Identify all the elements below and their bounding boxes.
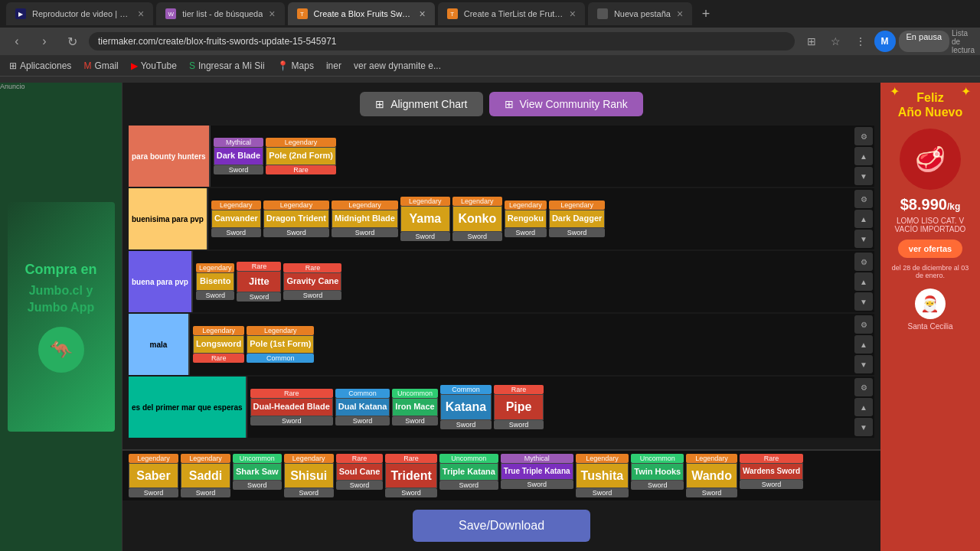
item-gravity-cane-name: Gravity Cane xyxy=(283,272,341,290)
save-download-button[interactable]: Save/Download xyxy=(413,510,590,542)
item-bisento-badge: Legendary xyxy=(196,263,235,272)
settings-button[interactable]: ⋮ xyxy=(850,31,871,52)
item-dragon-trident[interactable]: Legendary Dragon Trident Sword xyxy=(263,201,329,236)
good-down-btn[interactable]: ▼ xyxy=(854,292,873,311)
right-ad-cta-button[interactable]: ver ofertas xyxy=(898,240,962,258)
good-up-btn[interactable]: ▲ xyxy=(854,272,873,291)
bounty-settings-btn[interactable]: ⚙ xyxy=(854,127,873,145)
item-pole-2nd-sub: Rare xyxy=(266,165,336,174)
item-canvander[interactable]: Legendary Canvander Sword xyxy=(211,201,261,236)
new-tab-button[interactable]: + xyxy=(695,3,717,24)
tier-mald-text: mala xyxy=(150,341,168,349)
tab-blox-swords[interactable]: T Create a Blox Fruits Swords (upc... × xyxy=(288,2,435,25)
bounty-down-btn[interactable]: ▼ xyxy=(854,167,873,185)
alignment-chart-button[interactable]: ⊞ Alignment Chart xyxy=(360,92,482,116)
item-midnight-blade[interactable]: Legendary Midnight Blade Sword xyxy=(332,201,398,236)
item-pole-2nd[interactable]: Legendary Pole (2nd Form) Rare xyxy=(266,138,336,174)
item-rengoku-name: Rengoku xyxy=(505,210,547,227)
item-rengoku[interactable]: Legendary Rengoku Sword xyxy=(505,201,547,236)
item-wando[interactable]: Legendary Wando Sword xyxy=(686,454,737,497)
pvp-down-btn[interactable]: ▼ xyxy=(854,230,873,248)
item-konko[interactable]: Legendary Konko Sword xyxy=(452,197,502,240)
bookmark-button[interactable]: ☆ xyxy=(825,31,847,52)
item-bisento[interactable]: Legendary Bisento Sword xyxy=(196,263,235,299)
item-shark-saw[interactable]: Uncommon Shark Saw Sword xyxy=(233,454,282,490)
item-bisento-sub: Sword xyxy=(196,291,235,300)
early-down-btn[interactable]: ▼ xyxy=(854,418,873,436)
item-shisui[interactable]: Legendary Shisui Sword xyxy=(284,454,334,497)
item-konko-name: Konko xyxy=(452,206,502,231)
reading-list-button[interactable]: Lista de lectura xyxy=(952,31,974,52)
tab-disney[interactable]: ▶ Reproductor de video | Disney+ × xyxy=(6,2,153,25)
item-true-triple-katana[interactable]: Mythical True Triple Katana Sword xyxy=(501,454,573,489)
bookmark-aew[interactable]: ver aew dynamite e... xyxy=(354,60,441,71)
early-up-btn[interactable]: ▲ xyxy=(854,398,873,416)
bookmark-maps[interactable]: 📍 Maps xyxy=(277,60,314,71)
item-katana[interactable]: Common Katana Sword xyxy=(440,385,492,429)
item-saddi[interactable]: Legendary Saddi Sword xyxy=(181,454,230,497)
item-saber-sub: Sword xyxy=(129,488,178,497)
tab-blox-swords-close[interactable]: × xyxy=(420,8,426,20)
good-settings-btn[interactable]: ⚙ xyxy=(854,253,873,271)
tab-new-tab-close[interactable]: × xyxy=(677,8,683,20)
item-saddi-badge: Legendary xyxy=(181,454,230,463)
maps-icon: 📍 xyxy=(277,60,289,71)
item-dual-katana[interactable]: Common Dual Katana Sword xyxy=(335,389,390,425)
bounty-link[interactable]: bounty hunters xyxy=(150,152,206,161)
tab-disney-close[interactable]: × xyxy=(138,8,144,20)
grid-icon: ⊞ xyxy=(375,98,384,110)
item-dark-blade[interactable]: Mythical Dark Blade Sword xyxy=(214,138,263,174)
extensions-button[interactable]: ⊞ xyxy=(801,31,822,52)
tier-label-mald: mala xyxy=(129,314,190,375)
mald-up-btn[interactable]: ▲ xyxy=(854,335,873,354)
bookmark-iner[interactable]: iner xyxy=(326,60,341,71)
url-bar[interactable]: tiermaker.com/create/blox-fruits-swords-… xyxy=(89,32,795,51)
pause-button[interactable]: En pausa xyxy=(899,31,949,52)
item-longsword[interactable]: Legendary Longsword Rare xyxy=(193,326,244,362)
item-dual-headed[interactable]: Rare Dual-Headed Blade Sword xyxy=(250,389,333,425)
item-jitte[interactable]: Rare Jitte Sword xyxy=(237,262,281,302)
tab-blox-frutas-close[interactable]: × xyxy=(570,8,576,20)
tab-blox-frutas[interactable]: T Create a TierList de Frutas (Blox... × xyxy=(438,2,585,25)
item-dark-dagger[interactable]: Legendary Dark Dagger Sword xyxy=(549,201,605,236)
reload-button[interactable]: ↻ xyxy=(61,31,83,52)
pvp-link[interactable]: pvp xyxy=(190,215,204,223)
item-gravity-cane[interactable]: Rare Gravity Cane Sword xyxy=(283,263,341,299)
item-wardens-sword[interactable]: Rare Wardens Sword Sword xyxy=(740,454,803,489)
left-ad: Anuncio Compra en Jumbo.cl y Jumbo App 🦘 xyxy=(0,83,122,551)
back-button[interactable]: ‹ xyxy=(6,31,28,52)
item-shark-saw-name: Shark Saw xyxy=(233,463,282,481)
good-pvp-link[interactable]: pvp xyxy=(175,278,188,286)
bookmark-apps[interactable]: ⊞ Aplicaciones xyxy=(9,60,71,71)
community-rank-button[interactable]: ⊞ View Community Rank xyxy=(489,92,643,116)
item-pole-1st[interactable]: Legendary Pole (1st Form) Common xyxy=(247,326,314,362)
pvp-up-btn[interactable]: ▲ xyxy=(854,210,873,228)
item-saber[interactable]: Legendary Saber Sword xyxy=(129,454,178,497)
tab-new-tab[interactable]: Nueva pestaña × xyxy=(588,2,692,25)
early-settings-btn[interactable]: ⚙ xyxy=(854,378,873,396)
item-iron-mace-sub: Sword xyxy=(392,416,437,425)
bookmark-youtube[interactable]: ▶ YouTube xyxy=(131,60,177,71)
sii-icon: S xyxy=(189,60,195,71)
item-triple-katana[interactable]: Uncommon Triple Katana Sword xyxy=(439,454,498,490)
item-yama[interactable]: Legendary Yama Sword xyxy=(400,197,450,240)
bookmark-sii[interactable]: S Ingresar a Mi Sii xyxy=(189,60,265,71)
bookmark-gmail[interactable]: M Gmail xyxy=(83,60,118,71)
profile-button[interactable]: M xyxy=(874,31,896,52)
mald-settings-btn[interactable]: ⚙ xyxy=(854,315,873,334)
tab-tierlist[interactable]: W tier list - de búsqueda × xyxy=(156,2,284,25)
mald-down-btn[interactable]: ▼ xyxy=(854,355,873,373)
tab-tierlist-close[interactable]: × xyxy=(269,8,275,20)
item-trident[interactable]: Rare Trident Sword xyxy=(385,454,436,497)
item-twin-hooks[interactable]: Uncommon Twin Hooks Sword xyxy=(631,454,684,490)
item-jitte-name: Jitte xyxy=(237,271,281,292)
item-soul-cane[interactable]: Rare Soul Cane Sword xyxy=(336,454,384,490)
forward-button[interactable]: › xyxy=(34,31,55,52)
pvp-settings-btn[interactable]: ⚙ xyxy=(854,190,873,208)
item-iron-mace[interactable]: Uncommon Iron Mace Sword xyxy=(392,389,437,425)
item-rengoku-sub: Sword xyxy=(505,228,547,237)
bounty-up-btn[interactable]: ▲ xyxy=(854,147,873,165)
item-dark-blade-name: Dark Blade xyxy=(214,147,263,165)
item-pipe[interactable]: Rare Pipe Sword xyxy=(494,385,544,429)
item-tushita[interactable]: Legendary Tushita Sword xyxy=(576,454,629,497)
